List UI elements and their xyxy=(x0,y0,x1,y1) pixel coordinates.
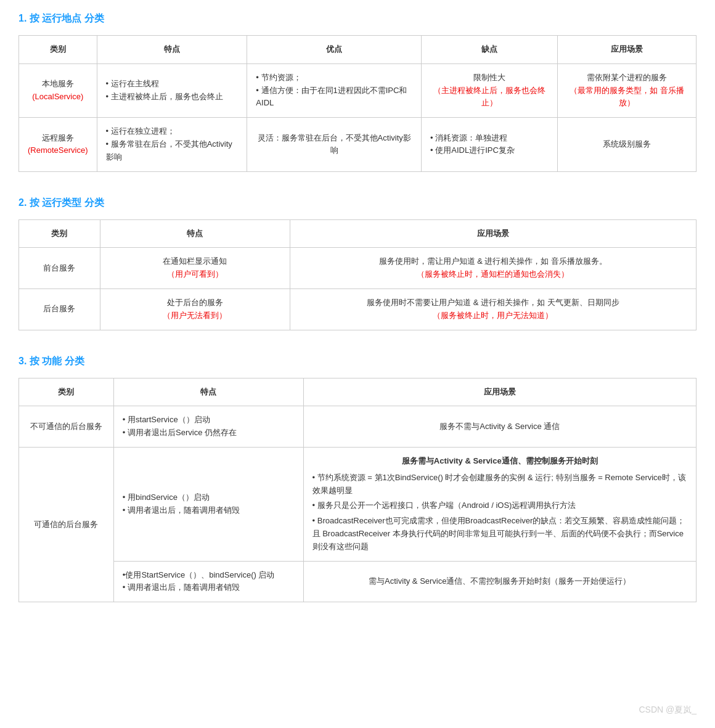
background-usecase-note: （服务被终止时，用户无法知道） xyxy=(433,311,553,320)
cell-background-service: 后台服务 xyxy=(19,288,100,330)
local-disadv-note: （主进程被终止后，服务也会终止） xyxy=(433,86,545,108)
cell-foreground-service: 前台服务 xyxy=(19,248,100,289)
section3-title: 3. 按 功能 分类 xyxy=(18,355,697,368)
col-header-usecase3: 应用场景 xyxy=(303,378,696,406)
cell-local-service: 本地服务 (LocalService) xyxy=(19,63,97,117)
table-row: •使用StartService（）、bindService() 启动 • 调用者… xyxy=(19,561,697,602)
remote-service-label: (RemoteService) xyxy=(28,145,88,155)
col-header-usecase1: 应用场景 xyxy=(558,36,697,64)
col-header-category2: 类别 xyxy=(19,219,100,248)
bullet3: • BroadcastReceiver也可完成需求，但使用BroadcastRe… xyxy=(313,515,687,553)
cell-remote-features: • 运行在独立进程； • 服务常驻在后台，不受其他Activity影响 xyxy=(97,118,247,171)
table-row: 前台服务 在通知栏显示通知 （用户可看到） 服务使用时，需让用户知道 & 进行相… xyxy=(19,248,697,289)
comm-usecase-title: 服务需与Activity & Service通信、需控制服务开始时刻 xyxy=(313,455,687,468)
col-header-feature1: 特点 xyxy=(97,36,247,64)
col-header-advantage: 优点 xyxy=(247,36,422,64)
cell-comm-usecase2: 需与Activity & Service通信、不需控制服务开始时刻（服务一开始便… xyxy=(303,561,696,602)
cell-non-comm-service: 不可通信的后台服务 xyxy=(19,406,114,448)
cell-foreground-usecase: 服务使用时，需让用户知道 & 进行相关操作，如 音乐播放服务。 （服务被终止时，… xyxy=(290,248,696,289)
table-row: 不可通信的后台服务 • 用startService（）启动 • 调用者退出后Se… xyxy=(19,406,697,448)
foreground-usecase-note: （服务被终止时，通知栏的通知也会消失） xyxy=(417,269,569,279)
cell-local-advantages: • 节约资源； • 通信方便：由于在同1进程因此不需IPC和AIDL xyxy=(247,63,422,117)
cell-remote-disadvantages: • 消耗资源：单独进程 • 使用AIDL进行IPC复杂 xyxy=(422,118,558,171)
table-row: 可通信的后台服务 • 用bindService（）启动 • 调用者退出后，随着调… xyxy=(19,447,697,561)
local-usecase-note: （最常用的服务类型，如 音乐播放） xyxy=(570,86,684,108)
section2-table: 类别 特点 应用场景 前台服务 在通知栏显示通知 （用户可看到） 服务使用时，需… xyxy=(18,219,697,330)
col-header-feature2: 特点 xyxy=(100,219,290,248)
cell-local-disadvantages: 限制性大 （主进程被终止后，服务也会终止） xyxy=(422,63,558,117)
cell-background-usecase: 服务使用时不需要让用户知道 & 进行相关操作，如 天气更新、日期同步 （服务被终… xyxy=(290,288,696,330)
table-row: 远程服务 (RemoteService) • 运行在独立进程； • 服务常驻在后… xyxy=(19,118,697,171)
section3-table: 类别 特点 应用场景 不可通信的后台服务 • 用startService（）启动… xyxy=(18,378,697,603)
cell-background-feature: 处于后台的服务 （用户无法看到） xyxy=(100,288,290,330)
section1-table: 类别 特点 优点 缺点 应用场景 本地服务 (LocalService) • 运… xyxy=(18,35,697,172)
section3: 3. 按 功能 分类 类别 特点 应用场景 不可通信的后台服务 • 用start… xyxy=(18,355,697,603)
section2: 2. 按 运行类型 分类 类别 特点 应用场景 前台服务 在通知栏显示通知 （用… xyxy=(18,197,697,330)
bullet1: • 节约系统资源 = 第1次BindService() 时才会创建服务的实例 &… xyxy=(313,472,687,497)
cell-remote-advantages: 灵活：服务常驻在后台，不受其他Activity影响 xyxy=(247,118,422,171)
col-header-feature3: 特点 xyxy=(113,378,303,406)
cell-comm-service: 可通信的后台服务 xyxy=(19,447,114,602)
cell-comm-usecase1: 服务需与Activity & Service通信、需控制服务开始时刻 • 节约系… xyxy=(303,447,696,561)
cell-local-features: • 运行在主线程 • 主进程被终止后，服务也会终止 xyxy=(97,63,247,117)
section2-title: 2. 按 运行类型 分类 xyxy=(18,197,697,210)
col-header-category1: 类别 xyxy=(19,36,97,64)
section1-title: 1. 按 运行地点 分类 xyxy=(18,12,697,25)
foreground-note: （用户可看到） xyxy=(167,269,223,279)
cell-remote-service: 远程服务 (RemoteService) xyxy=(19,118,97,171)
cell-non-comm-usecase: 服务不需与Activity & Service 通信 xyxy=(303,406,696,448)
cell-non-comm-feature: • 用startService（）启动 • 调用者退出后Service 仍然存在 xyxy=(113,406,303,448)
cell-comm-feature2: •使用StartService（）、bindService() 启动 • 调用者… xyxy=(113,561,303,602)
section1: 1. 按 运行地点 分类 类别 特点 优点 缺点 应用场景 本地服务 (Loca… xyxy=(18,12,697,172)
cell-foreground-feature: 在通知栏显示通知 （用户可看到） xyxy=(100,248,290,289)
cell-local-usecase: 需依附某个进程的服务 （最常用的服务类型，如 音乐播放） xyxy=(558,63,697,117)
comm-usecase-bullets: • 节约系统资源 = 第1次BindService() 时才会创建服务的实例 &… xyxy=(313,472,687,554)
col-header-disadvantage: 缺点 xyxy=(422,36,558,64)
col-header-category3: 类别 xyxy=(19,378,114,406)
cell-remote-usecase: 系统级别服务 xyxy=(558,118,697,171)
table-row: 本地服务 (LocalService) • 运行在主线程 • 主进程被终止后，服… xyxy=(19,63,697,117)
table-row: 后台服务 处于后台的服务 （用户无法看到） 服务使用时不需要让用户知道 & 进行… xyxy=(19,288,697,330)
col-header-usecase2: 应用场景 xyxy=(290,219,696,248)
background-note: （用户无法看到） xyxy=(163,311,227,320)
local-service-label: (LocalService) xyxy=(32,92,83,101)
cell-comm-feature1: • 用bindService（）启动 • 调用者退出后，随着调用者销毁 xyxy=(113,447,303,561)
bullet2: • 服务只是公开一个远程接口，供客户端（Android / iOS)远程调用执行… xyxy=(313,499,687,512)
